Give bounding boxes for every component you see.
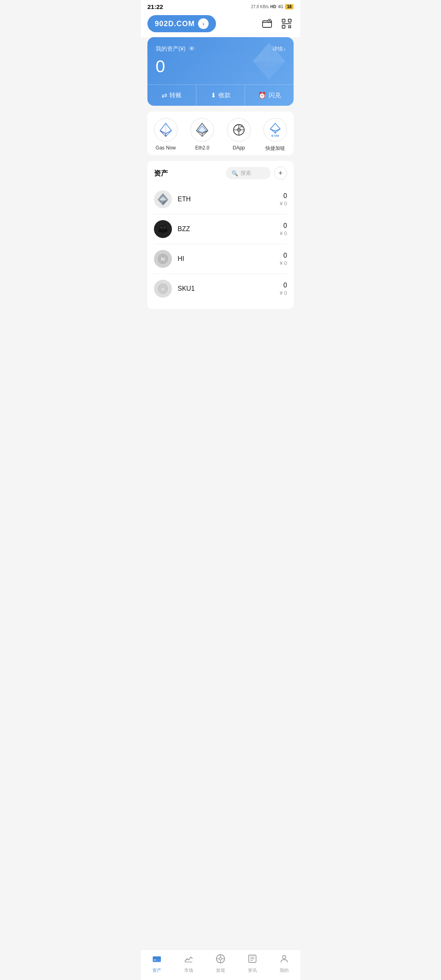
asset-item-sku1[interactable]: S SKU1 0 ¥ 0 [154, 274, 287, 303]
bzz-cny: ¥ 0 [280, 230, 287, 236]
battery-icon: 18 [285, 4, 294, 9]
signal-icon: 4G [278, 4, 283, 9]
hi-values: 0 ¥ 0 [280, 252, 287, 266]
eth2-icon-circle [190, 118, 214, 142]
eth2-label: Eth2.0 [195, 145, 209, 151]
quick-item-dapp[interactable]: DApp [227, 118, 251, 152]
quick-item-evm[interactable]: EVM 快捷加链 [263, 118, 287, 152]
transfer-button[interactable]: ⇄ 转账 [147, 85, 196, 106]
eth-values: 0 ¥ 0 [280, 192, 287, 207]
eth-name: ETH [178, 196, 280, 203]
svg-rect-5 [288, 19, 291, 22]
svg-rect-11 [290, 25, 291, 27]
svg-rect-8 [288, 25, 290, 27]
asset-actions: ⇄ 转账 ⬇ 收款 ⏰ 闪兑 [147, 85, 294, 106]
bzz-amount: 0 [280, 222, 287, 229]
svg-point-42 [164, 229, 167, 232]
svg-marker-18 [166, 131, 172, 136]
hi-name: HI [178, 255, 280, 263]
sku1-values: 0 ¥ 0 [280, 282, 287, 296]
search-placeholder: 搜索 [241, 169, 251, 177]
hi-cny: ¥ 0 [280, 260, 287, 266]
dapp-label: DApp [233, 145, 245, 151]
sku1-amount: 0 [280, 282, 287, 289]
svg-rect-4 [282, 19, 285, 22]
hi-coin-icon: hi [154, 250, 172, 268]
dapp-icon-circle [227, 118, 251, 142]
speed-indicator: 27.8 KB/s [251, 4, 269, 9]
svg-text:hi: hi [161, 257, 165, 261]
status-bar: 21:22 27.8 KB/s HD 4G 18 [141, 0, 300, 12]
asset-title: 我的资产(¥) [156, 45, 185, 53]
status-time: 21:22 [147, 3, 163, 10]
bzz-values: 0 ¥ 0 [280, 222, 287, 236]
asset-title-row: 我的资产(¥) 👁 [156, 45, 195, 53]
assets-controls: 🔍 搜索 + [226, 167, 287, 180]
flash-label: 闪兑 [269, 91, 281, 99]
quick-item-gas-now[interactable]: Gas Now [154, 118, 178, 152]
bzz-name: BZZ [178, 225, 280, 233]
svg-rect-6 [282, 25, 285, 28]
eth-amount: 0 [280, 192, 287, 200]
assets-header: 资产 🔍 搜索 + [154, 167, 287, 180]
svg-marker-19 [160, 131, 166, 136]
asset-list: ETH 0 ¥ 0 BZZ 0 [154, 185, 287, 303]
asset-item-bzz[interactable]: BZZ 0 ¥ 0 [154, 214, 287, 244]
quick-access: Gas Now Eth2.0 DApp [147, 111, 294, 155]
quick-item-eth2[interactable]: Eth2.0 [190, 118, 214, 152]
detail-link[interactable]: 详情 › [272, 45, 285, 53]
search-bar[interactable]: 🔍 搜索 [226, 167, 271, 179]
svg-line-30 [241, 126, 243, 127]
svg-marker-16 [253, 43, 269, 61]
gas-now-label: Gas Now [156, 145, 176, 151]
search-icon: 🔍 [232, 170, 238, 176]
asset-item-hi[interactable]: hi HI 0 ¥ 0 [154, 244, 287, 274]
svg-rect-9 [290, 27, 291, 28]
flash-icon: ⏰ [258, 91, 266, 99]
svg-marker-32 [275, 129, 280, 133]
svg-point-43 [160, 226, 163, 229]
receive-label: 收款 [218, 91, 231, 99]
svg-rect-10 [288, 27, 290, 28]
transfer-icon: ⇄ [162, 91, 167, 99]
brand-pill[interactable]: 902D.COM › [147, 15, 216, 32]
gas-now-icon-circle [154, 118, 178, 142]
evm-label: 快捷加链 [265, 145, 285, 152]
svg-marker-33 [270, 129, 275, 133]
svg-point-44 [163, 226, 166, 229]
hi-amount: 0 [280, 252, 287, 259]
bzz-coin-icon [154, 220, 172, 238]
eth-cny: ¥ 0 [280, 200, 287, 207]
eye-icon[interactable]: 👁 [189, 45, 195, 53]
svg-text:S: S [162, 287, 164, 291]
flash-button[interactable]: ⏰ 闪兑 [245, 85, 294, 106]
scan-icon[interactable] [280, 17, 294, 31]
header: 902D.COM › [141, 12, 300, 37]
transfer-label: 转账 [169, 91, 182, 99]
assets-section: 资产 🔍 搜索 + ETH 0 ¥ 0 [147, 161, 294, 309]
receive-button[interactable]: ⬇ 收款 [196, 85, 245, 106]
asset-item-eth[interactable]: ETH 0 ¥ 0 [154, 185, 287, 214]
svg-point-41 [161, 230, 165, 233]
svg-point-40 [158, 229, 162, 232]
evm-icon-circle: EVM [263, 118, 287, 142]
add-asset-button[interactable]: + [274, 167, 287, 180]
sku1-coin-icon: S [154, 280, 172, 298]
eth-coin-icon [154, 190, 172, 208]
status-icons: 27.8 KB/s HD 4G 18 [251, 4, 294, 9]
hd-badge: HD [270, 4, 276, 9]
brand-name: 902D.COM [155, 20, 195, 28]
wallet-add-icon[interactable] [260, 17, 274, 31]
header-actions [260, 17, 294, 31]
asset-card: 我的资产(¥) 👁 详情 › 0 ⇄ 转账 ⬇ 收款 ⏰ 闪兑 [147, 37, 294, 106]
sku1-cny: ¥ 0 [280, 290, 287, 296]
brand-arrow: › [198, 18, 209, 29]
receive-icon: ⬇ [211, 91, 216, 99]
sku1-name: SKU1 [178, 285, 280, 292]
assets-title: 资产 [154, 169, 168, 178]
